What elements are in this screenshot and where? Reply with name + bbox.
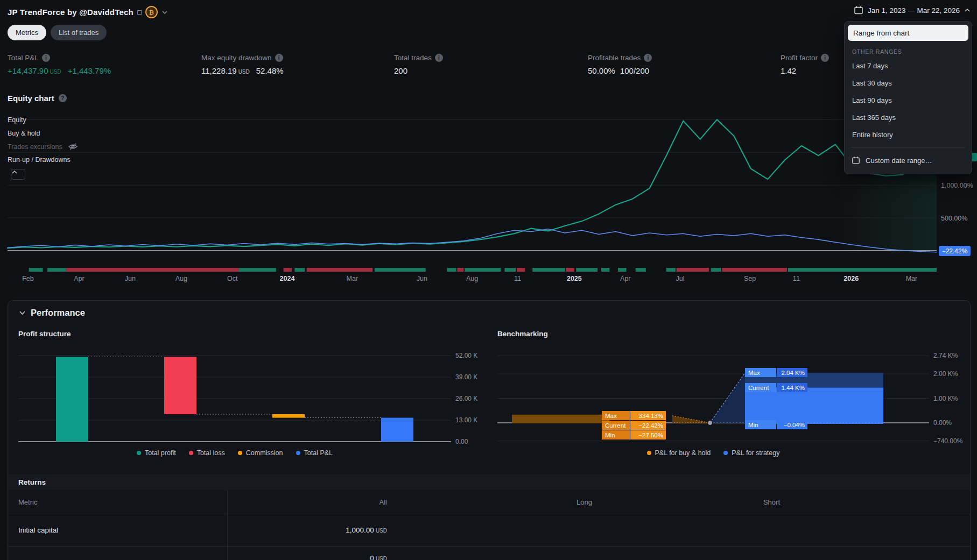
returns-section-header: Returns: [8, 474, 970, 490]
strategy-range-box: Max2.04 K% Current1.44 K% Min−0.04%: [745, 368, 807, 429]
trade-result-segment: [284, 268, 292, 272]
green-dot-icon: [137, 451, 141, 455]
metric-value: 200: [394, 66, 443, 75]
trade-result-segment: [566, 268, 574, 272]
trade-result-segment: [576, 268, 598, 272]
legend-commission[interactable]: Commission: [238, 449, 283, 457]
strategy-title-bar[interactable]: JP TrendForce by @DaviddTech □ ₿: [8, 6, 168, 18]
legend-item-runup-drawdowns[interactable]: Run-up / Drawdowns: [8, 156, 71, 164]
chevron-up-icon: [964, 7, 971, 13]
metric-value: 50.00%100/200: [588, 66, 652, 75]
legend-pnl-strategy[interactable]: P&L for strategy: [723, 449, 779, 457]
buyhold-range-box: Max334.13% Current−22.42% Min−27.50%: [602, 411, 666, 440]
x-axis-label: Mar: [347, 275, 359, 282]
trade-result-segment: [677, 268, 709, 272]
performance-card: Performance Profit structure Benchmarkin…: [8, 300, 971, 560]
tab-list-of-trades[interactable]: List of trades: [51, 25, 107, 40]
strategy-tester-page: FebAprJunAugOct2024MarJunAug112025AprJul…: [0, 0, 977, 560]
trade-result-segment: [457, 268, 463, 272]
eye-off-icon[interactable]: [68, 143, 78, 151]
col-all: All: [322, 498, 387, 506]
trade-result-segment: [447, 268, 456, 272]
x-axis-label: 2026: [844, 275, 859, 282]
x-axis-label: 2025: [567, 275, 582, 282]
table-row-open-pnl: 0USD Open P&L: [8, 546, 970, 560]
profit-structure-legend: Total profit Total loss Commission Total…: [18, 449, 451, 457]
x-axis-label: Apr: [620, 275, 630, 282]
legend-pnl-buy-hold[interactable]: P&L for buy & hold: [647, 449, 711, 457]
missing-glyph: □: [137, 8, 142, 16]
trade-result-segment: [532, 268, 565, 272]
equity-chart[interactable]: [0, 0, 977, 290]
col-long: Long: [528, 498, 592, 506]
waterfall-bar: [56, 357, 88, 442]
table-column-divider: [227, 490, 228, 560]
metric-total-pnl: Total P&Li +14,437.90USD+1,443.79%: [8, 54, 111, 75]
x-axis-label: Apr: [74, 275, 84, 282]
blue-dot-icon: [296, 451, 300, 455]
menu-item-last-365-days[interactable]: Last 365 days: [845, 109, 972, 126]
origin-dot: [708, 421, 713, 426]
waterfall-bar: [272, 414, 305, 418]
x-axis-label: Sep: [744, 275, 756, 282]
metric-profitable-trades: Profitable tradesi 50.00%100/200: [588, 54, 652, 75]
view-tabs: Metrics List of trades: [8, 25, 107, 40]
tab-metrics[interactable]: Metrics: [8, 25, 46, 40]
trade-result-segment: [29, 268, 43, 272]
menu-item-custom-date-range[interactable]: Custom date range…: [845, 151, 972, 169]
buyhold-current-value-tag: −22.42%: [939, 246, 971, 256]
range-from-chart-option[interactable]: Range from chart: [848, 25, 968, 41]
legend-item-trades-excursions[interactable]: Trades excursions: [8, 143, 78, 151]
orange-dot-icon: [647, 451, 651, 455]
legend-total-pnl[interactable]: Total P&L: [296, 449, 333, 457]
x-axis-label: Jun: [125, 275, 136, 282]
legend-total-profit[interactable]: Total profit: [137, 449, 176, 457]
series-equity: [8, 119, 937, 248]
menu-item-last-7-days[interactable]: Last 7 days: [845, 57, 972, 74]
legend-item-equity[interactable]: Equity: [8, 116, 26, 124]
x-axis-label: 11: [514, 275, 521, 282]
trade-result-segment: [722, 268, 787, 272]
info-icon[interactable]: i: [435, 54, 443, 62]
x-axis-label: Jun: [417, 275, 427, 282]
metric-label: Profitable trades: [588, 54, 641, 62]
metric-total-trades: Total tradesi 200: [394, 54, 443, 75]
trade-result-segment: [47, 268, 66, 272]
trade-result-segment: [517, 268, 525, 272]
chevron-down-icon[interactable]: [161, 9, 168, 16]
returns-table-header: Metric All Long Short: [8, 490, 970, 514]
x-axis-label: Feb: [22, 275, 34, 282]
menu-item-entire-history[interactable]: Entire history: [845, 126, 972, 143]
x-axis-label: Mar: [906, 275, 918, 282]
waterfall-bar: [164, 357, 196, 414]
trade-result-segment: [666, 268, 676, 272]
col-metric: Metric: [18, 498, 37, 506]
x-axis-label: 2024: [280, 275, 295, 282]
performance-section-header[interactable]: Performance: [19, 308, 85, 318]
info-icon[interactable]: i: [42, 54, 50, 62]
waterfall-bar: [381, 418, 413, 442]
trade-result-segment: [504, 268, 516, 272]
collapse-legend-button[interactable]: [11, 169, 25, 180]
metric-label: Total P&L: [8, 54, 39, 62]
help-icon[interactable]: ?: [59, 94, 67, 102]
legend-item-buy-and-hold[interactable]: Buy & hold: [8, 130, 40, 137]
chevron-down-icon: [19, 309, 26, 316]
trade-result-segment: [601, 268, 610, 272]
legend-total-loss[interactable]: Total loss: [189, 449, 225, 457]
x-axis-label: Oct: [227, 275, 237, 282]
info-icon[interactable]: i: [821, 54, 829, 62]
orange-dot-icon: [238, 451, 242, 455]
x-axis-label: Aug: [466, 275, 478, 282]
trade-result-segment: [618, 268, 627, 272]
info-icon[interactable]: i: [275, 54, 283, 62]
menu-item-last-90-days[interactable]: Last 90 days: [845, 91, 972, 109]
info-icon[interactable]: i: [644, 54, 652, 62]
x-axis-label: 11: [793, 275, 800, 282]
date-range-control[interactable]: Jan 1, 2023 — Mar 22, 2026: [854, 5, 971, 15]
trade-result-segment: [636, 268, 646, 272]
menu-item-last-30-days[interactable]: Last 30 days: [845, 74, 972, 91]
trade-result-segment: [375, 268, 426, 272]
metric-profit-factor: Profit factori 1.42: [781, 54, 829, 75]
trade-result-segment: [294, 268, 305, 272]
